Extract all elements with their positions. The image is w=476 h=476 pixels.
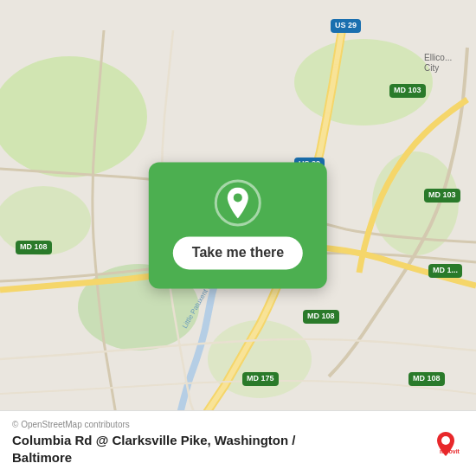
moovit-logo-icon: moovit: [428, 425, 464, 461]
road-badge-md103-top: MD 103: [389, 84, 426, 98]
road-badge-md175: MD 175: [242, 372, 279, 386]
bottom-bar: © OpenStreetMap contributors Columbia Rd…: [0, 410, 476, 476]
cta-card: Take me there: [149, 162, 327, 288]
location-title-line2: Baltimore: [12, 449, 295, 466]
map-container: Ellico... City Little Patuxent River US …: [0, 0, 476, 476]
svg-text:Ellico...: Ellico...: [424, 53, 452, 62]
svg-text:moovit: moovit: [440, 448, 460, 454]
road-badge-md108-left: MD 108: [16, 241, 52, 254]
road-badge-md108-bottom-right: MD 108: [303, 310, 339, 324]
svg-point-12: [234, 193, 242, 202]
take-me-there-button[interactable]: Take me there: [173, 236, 303, 269]
bottom-left-info: © OpenStreetMap contributors Columbia Rd…: [12, 420, 295, 466]
svg-text:City: City: [424, 63, 439, 73]
map-pin-icon: [224, 187, 252, 218]
road-badge-md103-far-right: MD 1...: [428, 264, 462, 278]
svg-point-2: [294, 39, 433, 125]
svg-point-14: [441, 436, 450, 445]
road-badge-md108-far-right: MD 108: [408, 372, 445, 386]
location-title: Columbia Rd @ Clarksville Pike, Washingt…: [12, 432, 295, 449]
road-badge-us29-top: US 29: [331, 19, 361, 33]
moovit-logo: moovit: [428, 425, 464, 461]
map-attribution: © OpenStreetMap contributors: [12, 420, 295, 429]
road-badge-md103-right: MD 103: [424, 189, 460, 203]
cta-icon-wrap: [215, 179, 261, 226]
